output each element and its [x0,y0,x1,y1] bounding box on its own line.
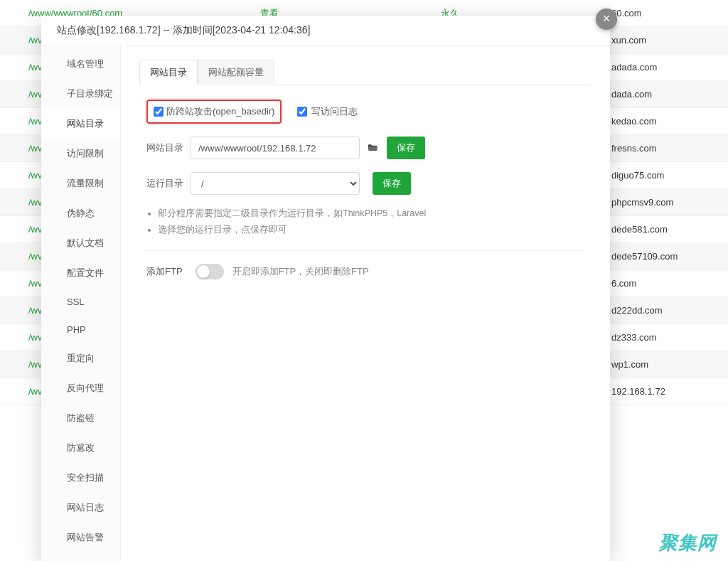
run-dir-select[interactable]: / [191,172,360,195]
sidebar-item-php[interactable]: PHP [41,316,120,343]
site-host-cell: xun.com [611,35,711,46]
open-basedir-highlight: 防跨站攻击(open_basedir) [146,100,282,124]
sidebar-item-logs[interactable]: 网站日志 [41,493,120,523]
web-dir-label: 网站目录 [146,141,188,154]
web-dir-row: 网站目录 保存 [146,137,584,159]
site-host-cell: d222dd.com [611,305,711,316]
tab-quota[interactable]: 网站配额容量 [198,60,274,85]
sidebar-item-tamper[interactable]: 防篡改 [41,433,120,463]
site-host-cell: dede581.com [611,224,711,235]
sidebar-item-domain[interactable]: 域名管理 [41,49,120,79]
site-host-cell: dada.com [611,89,711,100]
sidebar-item-subdir[interactable]: 子目录绑定 [41,79,120,109]
web-dir-input[interactable] [191,137,360,159]
tip-item: 选择您的运行目录，点保存即可 [158,224,584,236]
access-log-label: 写访问日志 [311,105,358,118]
modal-content: 网站目录 网站配额容量 防跨站攻击(open_basedir) 写访问日志 [121,46,610,560]
sidebar-item-webdir[interactable]: 网站目录 [41,109,120,139]
folder-open-icon[interactable] [365,142,380,154]
sidebar-item-other[interactable]: 其他设置 [41,552,120,561]
site-host-cell: kedao.com [611,116,711,127]
modal-title: 站点修改[192.168.1.72] -- 添加时间[2023-04-21 12… [41,16,610,46]
access-log-checkbox[interactable] [297,107,307,117]
site-settings-modal: × 站点修改[192.168.1.72] -- 添加时间[2023-04-21 … [41,16,610,561]
tip-item: 部分程序需要指定二级目录作为运行目录，如ThinkPHP5，Laravel [158,208,584,220]
sidebar-item-alert[interactable]: 网站告警 [41,523,120,552]
site-host-cell: wp1.com [611,359,711,370]
open-basedir-label: 防跨站攻击(open_basedir) [166,105,274,118]
tab-web-directory[interactable]: 网站目录 [139,60,198,85]
sidebar-item-rewrite[interactable]: 伪静态 [41,198,120,228]
tab-bar: 网站目录 网站配额容量 [139,59,592,85]
run-dir-label: 运行目录 [146,177,188,190]
ftp-toggle[interactable] [196,264,224,279]
sidebar-item-ssl[interactable]: SSL [41,288,120,316]
ftp-row: 添加FTP 开启即添加FTP，关闭即删除FTP [146,264,584,279]
site-host-cell: diguo75.com [611,170,711,181]
sidebar-item-defaultdoc[interactable]: 默认文档 [41,228,120,258]
run-dir-save-button[interactable]: 保存 [373,172,411,195]
sidebar-item-proxy[interactable]: 反向代理 [41,373,120,403]
site-host-cell: adada.com [611,62,711,73]
sidebar-item-scan[interactable]: 安全扫描 [41,463,120,493]
sidebar-item-traffic[interactable]: 流量限制 [41,169,120,198]
watermark-text: 聚集网 [659,530,717,555]
site-host-cell: 60.com [611,8,711,18]
open-basedir-checkbox[interactable] [154,107,164,117]
divider [146,250,584,251]
site-host-cell: fresns.com [611,143,711,154]
close-icon[interactable]: × [596,9,617,30]
sidebar-item-redirect[interactable]: 重定向 [41,343,120,373]
site-host-cell: dz333.com [611,332,711,343]
sidebar-item-access[interactable]: 访问限制 [41,139,120,169]
modal-sidebar: 域名管理 子目录绑定 网站目录 访问限制 流量限制 伪静态 默认文档 配置文件 … [41,46,121,560]
ftp-label: 添加FTP [146,265,183,278]
ftp-hint: 开启即添加FTP，关闭即删除FTP [232,265,369,278]
toggle-knob-icon [197,265,210,278]
site-host-cell: phpcmsv9.com [611,197,711,208]
sidebar-item-hotlink[interactable]: 防盗链 [41,403,120,433]
security-check-row: 防跨站攻击(open_basedir) 写访问日志 [146,100,584,124]
site-host-cell: 6.com [611,278,711,289]
sidebar-item-config[interactable]: 配置文件 [41,258,120,288]
site-host-cell: dede57109.com [611,251,711,262]
site-host-cell: 192.168.1.72 [611,386,711,397]
run-dir-row: 运行目录 / 保存 [146,172,584,195]
tips-list: 部分程序需要指定二级目录作为运行目录，如ThinkPHP5，Laravel 选择… [158,208,584,236]
web-dir-save-button[interactable]: 保存 [387,137,425,159]
